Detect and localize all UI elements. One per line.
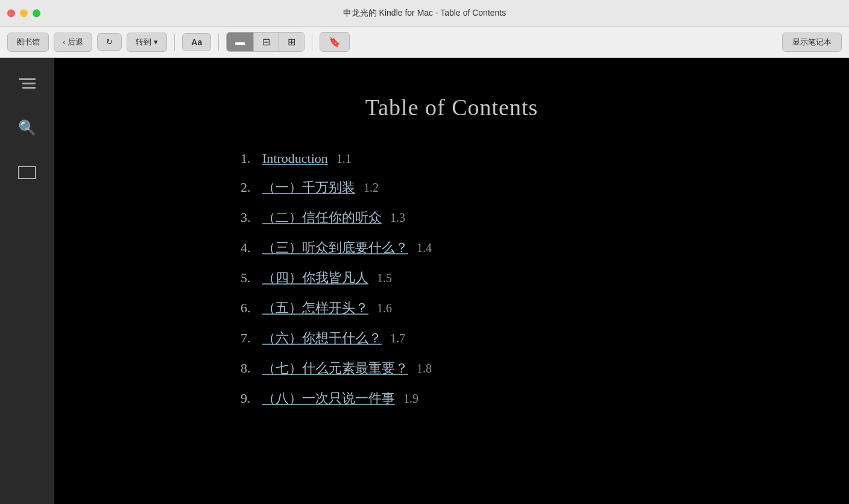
toc-item-number: 3. xyxy=(241,210,259,225)
table-row: 5.（四）你我皆凡人1.5 xyxy=(241,269,663,287)
maximize-button[interactable] xyxy=(33,9,40,17)
main-area: 🔍 Table of Contents 1.Introduction1.12.（… xyxy=(0,58,849,504)
toc-list: 1.Introduction1.12.（一）千万别装1.23.（二）信任你的听众… xyxy=(241,151,663,408)
toc-item-link[interactable]: （四）你我皆凡人 xyxy=(262,269,368,287)
toc-item-page: 1.4 xyxy=(417,241,432,255)
goto-arrow-icon: ▾ xyxy=(154,37,158,46)
toolbar-separator-3 xyxy=(312,34,312,51)
toc-item-number: 8. xyxy=(241,361,259,376)
cards-sidebar-button[interactable] xyxy=(14,159,40,186)
refresh-icon: ↻ xyxy=(106,37,113,46)
minimize-button[interactable] xyxy=(20,9,28,17)
toc-item-page: 1.2 xyxy=(364,181,379,195)
toc-item-link[interactable]: （五）怎样开头？ xyxy=(262,299,368,317)
bookmark-icon: 🔖 xyxy=(329,37,341,47)
two-page-icon: ⊟ xyxy=(262,37,270,47)
toc-sidebar-button[interactable] xyxy=(14,70,40,96)
toc-item-page: 1.6 xyxy=(377,301,392,315)
continuous-view-button[interactable]: ⊞ xyxy=(279,33,304,51)
two-page-view-button[interactable]: ⊟ xyxy=(254,33,279,51)
toc-item-link[interactable]: （一）千万别装 xyxy=(262,178,355,197)
single-page-view-button[interactable]: ▬ xyxy=(227,33,254,51)
single-page-icon: ▬ xyxy=(235,37,245,47)
table-row: 1.Introduction1.1 xyxy=(241,151,663,166)
toc-item-number: 1. xyxy=(241,151,259,166)
font-button[interactable]: Aa xyxy=(182,33,211,51)
view-mode-group: ▬ ⊟ ⊞ xyxy=(226,32,305,52)
toolbar: 图书馆 ‹ 后退 ↻ 转到 ▾ Aa ▬ ⊟ ⊞ 🔖 显示笔记本 xyxy=(0,27,849,58)
toc-item-link[interactable]: Introduction xyxy=(262,151,328,166)
book-content: Table of Contents 1.Introduction1.12.（一）… xyxy=(54,58,849,504)
toc-item-link[interactable]: （八）一次只说一件事 xyxy=(262,389,395,408)
toolbar-separator-1 xyxy=(174,34,175,51)
table-row: 4.（三）听众到底要什么？1.4 xyxy=(241,239,663,257)
toc-line-1 xyxy=(19,78,36,80)
table-row: 2.（一）千万别装1.2 xyxy=(241,178,663,197)
toc-item-page: 1.7 xyxy=(390,332,405,345)
toc-item-page: 1.1 xyxy=(336,152,352,166)
table-row: 8.（七）什么元素最重要？1.8 xyxy=(241,359,663,377)
toc-icon xyxy=(19,78,36,89)
cards-icon xyxy=(18,166,36,179)
toc-item-page: 1.8 xyxy=(417,362,432,376)
toc-line-3 xyxy=(22,87,36,89)
toc-item-link[interactable]: （三）听众到底要什么？ xyxy=(262,239,408,257)
toc-item-number: 7. xyxy=(241,330,259,346)
window-title: 申龙光的 Kindle for Mac - Table of Contents xyxy=(343,8,507,19)
toc-item-number: 6. xyxy=(241,300,259,316)
toc-item-link[interactable]: （六）你想干什么？ xyxy=(262,329,382,347)
title-bar: 申龙光的 Kindle for Mac - Table of Contents xyxy=(0,0,849,27)
close-button[interactable] xyxy=(7,9,15,17)
toc-item-number: 5. xyxy=(241,270,259,286)
toc-item-number: 4. xyxy=(241,240,259,256)
library-button[interactable]: 图书馆 xyxy=(7,33,49,52)
toc-item-page: 1.5 xyxy=(377,271,392,285)
back-button[interactable]: ‹ 后退 xyxy=(54,33,92,52)
continuous-icon: ⊞ xyxy=(288,37,295,47)
window-controls xyxy=(7,9,40,17)
bookmark-button[interactable]: 🔖 xyxy=(320,32,350,52)
toc-item-number: 9. xyxy=(241,391,259,406)
toc-item-page: 1.9 xyxy=(403,392,418,406)
toc-item-link[interactable]: （七）什么元素最重要？ xyxy=(262,359,408,377)
refresh-button[interactable]: ↻ xyxy=(97,33,122,51)
back-arrow-icon: ‹ xyxy=(63,37,65,46)
toc-heading: Table of Contents xyxy=(241,94,663,121)
table-row: 6.（五）怎样开头？1.6 xyxy=(241,299,663,317)
book-page: Table of Contents 1.Introduction1.12.（一）… xyxy=(192,82,711,480)
toc-item-number: 2. xyxy=(241,180,259,195)
toc-item-page: 1.3 xyxy=(390,211,405,225)
table-row: 7.（六）你想干什么？1.7 xyxy=(241,329,663,347)
sidebar: 🔍 xyxy=(0,58,54,504)
show-notes-button[interactable]: 显示笔记本 xyxy=(782,33,842,52)
toc-item-link[interactable]: （二）信任你的听众 xyxy=(262,209,382,227)
toc-line-2 xyxy=(22,83,36,84)
table-row: 3.（二）信任你的听众1.3 xyxy=(241,209,663,227)
toolbar-separator-2 xyxy=(218,34,219,51)
search-sidebar-button[interactable]: 🔍 xyxy=(14,115,40,141)
search-icon: 🔍 xyxy=(18,119,36,136)
table-row: 9.（八）一次只说一件事1.9 xyxy=(241,389,663,408)
goto-button[interactable]: 转到 ▾ xyxy=(127,33,167,52)
